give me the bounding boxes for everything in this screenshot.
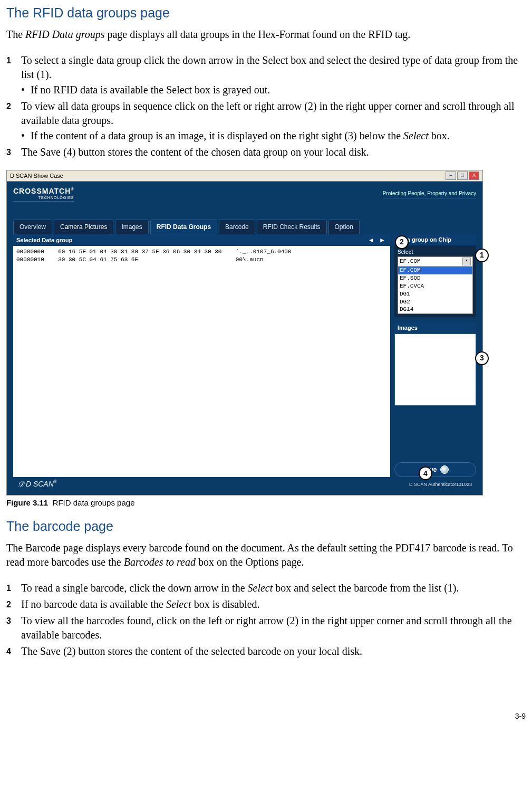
text: If no barcode data is available the bbox=[21, 598, 166, 610]
hex-view: 00000000 60 16 5F 01 04 30 31 30 37 5F 3… bbox=[13, 246, 390, 477]
tab-barcode[interactable]: Barcode bbox=[219, 220, 255, 234]
minimize-button[interactable]: – bbox=[446, 171, 456, 180]
select-option[interactable]: DG2 bbox=[398, 298, 472, 306]
callout-4: 4 bbox=[419, 466, 432, 480]
footer-row: 𝒟 D SCAN® D SCAN Authenticator131023 bbox=[7, 477, 482, 491]
content-row: Selected Data group ◄ ► 00000000 60 16 5… bbox=[7, 234, 482, 477]
left-panel-title: Selected Data group bbox=[16, 236, 72, 244]
figure-screenshot: D SCAN Show Case – □ X CROSSMATCH® TECHN… bbox=[6, 170, 483, 495]
callout-2: 2 bbox=[395, 235, 409, 249]
step-2: To view all data groups in sequence clic… bbox=[6, 99, 526, 143]
brand-logo: CROSSMATCH® TECHNOLOGIES bbox=[13, 186, 74, 202]
callout-3: 3 bbox=[475, 351, 489, 365]
right-panel: Data group on Chip Select EF.COM ▾ EF.CO… bbox=[394, 234, 476, 477]
tab-options[interactable]: Option bbox=[328, 220, 360, 234]
text: box on the Options page. bbox=[196, 556, 304, 568]
maximize-button[interactable]: □ bbox=[457, 171, 468, 180]
barcode-intro: The Barcode page displays every barcode … bbox=[6, 541, 526, 569]
tab-camera-pictures[interactable]: Camera Pictures bbox=[54, 220, 113, 234]
step-2-sub: If the content of a data group is an ima… bbox=[21, 129, 526, 143]
close-button[interactable]: X bbox=[469, 171, 479, 180]
text: box. bbox=[429, 130, 450, 141]
tab-rfid-data-groups[interactable]: RFID Data Groups bbox=[150, 220, 217, 234]
step-2-sub-1: If the content of a data group is an ima… bbox=[21, 129, 526, 143]
select-option[interactable]: DG1 bbox=[398, 290, 472, 298]
text: To read a single barcode, click the down… bbox=[21, 582, 248, 594]
spacer bbox=[394, 406, 476, 445]
text: page displays all data groups in the Hex… bbox=[104, 28, 410, 40]
section-title-rfid: The RFID data groups page bbox=[6, 4, 526, 22]
select-box[interactable]: EF.COM ▾ EF.COM EF.SOD EF.CVCA DG1 DG2 D… bbox=[398, 256, 473, 314]
text: box is disabled. bbox=[191, 598, 260, 610]
brand-sub: TECHNOLOGIES bbox=[13, 195, 74, 200]
barcode-steps: To read a single barcode, click the down… bbox=[6, 581, 526, 659]
text-italic: RFID Data groups bbox=[25, 28, 104, 40]
select-value-row[interactable]: EF.COM ▾ bbox=[398, 257, 472, 266]
rfid-intro: The RFID Data groups page displays all d… bbox=[6, 27, 526, 42]
footer-device: D SCAN Authenticator131023 bbox=[409, 481, 472, 488]
tagline: Protecting People, Property and Privacy bbox=[383, 190, 476, 199]
select-option[interactable]: EF.COM bbox=[398, 266, 472, 274]
step-text: To view all the barcodes found, click on… bbox=[21, 615, 512, 641]
text: box and select the barcode from the list… bbox=[273, 582, 459, 594]
text: If the content of a data group is an ima… bbox=[31, 130, 403, 141]
text-italic: Select bbox=[166, 598, 191, 610]
select-option[interactable]: EF.CVCA bbox=[398, 282, 472, 290]
step-text: To select a single data group click the … bbox=[21, 54, 518, 80]
select-option[interactable]: EF.SOD bbox=[398, 274, 472, 282]
brand-row: CROSSMATCH® TECHNOLOGIES Protecting Peop… bbox=[7, 182, 482, 205]
text-italic: Select bbox=[248, 582, 273, 594]
window-titlebar: D SCAN Show Case – □ X bbox=[7, 170, 482, 182]
app-body: CROSSMATCH® TECHNOLOGIES Protecting Peop… bbox=[7, 182, 482, 495]
rfid-steps: To select a single data group click the … bbox=[6, 53, 526, 159]
left-panel-header: Selected Data group ◄ ► bbox=[13, 234, 390, 246]
select-value: EF.COM bbox=[400, 258, 421, 265]
images-box bbox=[394, 333, 476, 406]
step-3: To view all the barcodes found, click on… bbox=[6, 614, 526, 642]
select-option[interactable]: DG14 bbox=[398, 306, 472, 313]
text-italic: Select bbox=[403, 130, 429, 141]
step-4: The Save (2) button stores the content o… bbox=[6, 644, 526, 659]
tab-row: Overview Camera Pictures Images RFID Dat… bbox=[7, 205, 482, 234]
dropdown-arrow-icon[interactable]: ▾ bbox=[462, 258, 471, 265]
select-list: EF.COM EF.SOD EF.CVCA DG1 DG2 DG14 bbox=[398, 266, 472, 313]
brand-text: CROSSMATCH bbox=[13, 187, 71, 195]
figure-caption-label: Figure 3.11 bbox=[6, 498, 48, 507]
step-1: To select a single data group click the … bbox=[6, 53, 526, 97]
images-header: Images bbox=[394, 322, 476, 333]
step-text: To view all data groups in sequence clic… bbox=[21, 100, 515, 126]
step-text: The Save (4) button stores the content o… bbox=[21, 146, 369, 158]
section-title-barcode: The barcode page bbox=[6, 518, 526, 536]
select-label: Select bbox=[398, 249, 473, 256]
window-title: D SCAN Show Case bbox=[10, 170, 63, 181]
footer-brand: 𝒟 D SCAN® bbox=[17, 479, 57, 490]
save-button[interactable]: Save bbox=[394, 462, 476, 477]
figure-caption: Figure 3.11 RFID data groups page bbox=[6, 498, 526, 508]
step-1: To read a single barcode, click the down… bbox=[6, 581, 526, 595]
callout-1: 1 bbox=[475, 249, 489, 262]
tab-images[interactable]: Images bbox=[115, 220, 148, 234]
step-2: If no barcode data is available the Sele… bbox=[6, 597, 526, 612]
footer-brand-text: D SCAN bbox=[26, 480, 54, 488]
figure-caption-text: RFID data groups page bbox=[53, 498, 135, 507]
right-panel-box: Select EF.COM ▾ EF.COM EF.SOD EF.CVCA DG… bbox=[394, 245, 476, 317]
nav-arrows[interactable]: ◄ ► bbox=[368, 236, 387, 244]
step-3: The Save (4) button stores the content o… bbox=[6, 145, 526, 159]
page-number: 3-9 bbox=[6, 711, 526, 721]
save-icon bbox=[440, 465, 449, 474]
tab-rfid-check-results[interactable]: RFID Check Results bbox=[257, 220, 327, 234]
step-1-sub-1: If no RFID data is available the Select … bbox=[21, 83, 526, 97]
text: The bbox=[6, 28, 25, 40]
left-panel: Selected Data group ◄ ► 00000000 60 16 5… bbox=[13, 234, 390, 477]
window-buttons: – □ X bbox=[446, 171, 479, 180]
step-text: The Save (2) button stores the content o… bbox=[21, 645, 362, 657]
text-italic: Barcodes to read bbox=[124, 556, 196, 568]
step-1-sub: If no RFID data is available the Select … bbox=[21, 83, 526, 97]
tab-overview[interactable]: Overview bbox=[13, 220, 52, 234]
